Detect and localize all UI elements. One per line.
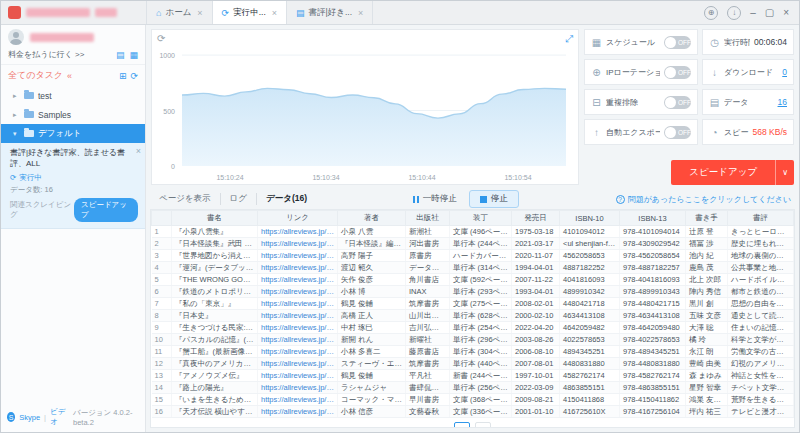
view-tab-2[interactable]: データ(16) xyxy=(257,193,316,205)
view-tab-0[interactable]: ページを表示 xyxy=(150,193,221,205)
table-cell[interactable]: https://allreviews.jp/revi... xyxy=(258,394,338,406)
pay-link[interactable]: 料金を払うに行く >> xyxy=(8,49,84,60)
speedup-button-label[interactable]: スピードアップ xyxy=(671,160,775,185)
close-icon[interactable]: × xyxy=(197,8,202,18)
table-cell: 4894345251 xyxy=(560,346,620,358)
close-button[interactable]: × xyxy=(783,7,789,18)
view-tab-1[interactable]: ログ xyxy=(221,193,257,205)
row-index-cell: 10 xyxy=(152,334,172,346)
column-header[interactable]: 発売日 xyxy=(512,211,560,226)
table-cell[interactable]: https://allreviews.jp/revi... xyxy=(258,370,338,382)
table-cell[interactable]: https://allreviews.jp/revi... xyxy=(258,250,338,262)
table-row[interactable]: 2『日本怪談集』武田 編 (講...https://allreviews.jp/… xyxy=(152,238,794,250)
next-page-button[interactable]: › xyxy=(496,422,512,428)
minimize-button[interactable]: – xyxy=(750,7,756,18)
table-row[interactable]: 6『鉄道のメトロポリス』https://allreviews.jp/revi..… xyxy=(152,286,794,298)
chevron-down-icon[interactable]: ∨ xyxy=(775,160,794,185)
column-header[interactable]: 出版社 xyxy=(406,211,450,226)
speedup-button[interactable]: スピードアップ ∨ xyxy=(671,160,794,185)
table-row[interactable]: 11『蟹工船』(最新画像版)https://allreviews.jp/revi… xyxy=(152,346,794,358)
table-cell[interactable]: https://allreviews.jp/revi... xyxy=(258,382,338,394)
table-cell[interactable]: https://allreviews.jp/revi... xyxy=(258,298,338,310)
table-row[interactable]: 3『世界地図から消えた家...』https://allreviews.jp/re… xyxy=(152,250,794,262)
add-folder-icon[interactable]: ⊞ xyxy=(119,71,127,81)
table-row[interactable]: 16『天才伝説 横山やすし』https://allreviews.jp/revi… xyxy=(152,406,794,418)
page-button-1[interactable]: 1 xyxy=(454,422,470,428)
close-icon[interactable]: × xyxy=(136,146,141,156)
stop-button[interactable]: 停止 xyxy=(469,190,519,208)
page-button-2[interactable]: 2 xyxy=(475,422,491,428)
table-row[interactable]: 9『生きつづける民家: 保...』https://allreviews.jp/r… xyxy=(152,322,794,334)
table-row[interactable]: 13『アメノウズメ伝』https://allreviews.jp/revi...… xyxy=(152,370,794,382)
collapse-icon[interactable]: « xyxy=(67,71,72,81)
table-row[interactable]: 12『真夜中のアメリカ』一部https://allreviews.jp/revi… xyxy=(152,358,794,370)
table-cell: 労働文学の古典を読み直… xyxy=(728,346,794,358)
table-cell[interactable]: https://allreviews.jp/revi... xyxy=(258,274,338,286)
table-cell[interactable]: https://allreviews.jp/revi... xyxy=(258,238,338,250)
tab-0[interactable]: ⌂ホーム× xyxy=(146,1,213,24)
avatar[interactable] xyxy=(8,29,24,45)
table-cell[interactable]: https://allreviews.jp/revi... xyxy=(258,286,338,298)
data-value[interactable]: 16 xyxy=(778,97,787,107)
tree-item-2[interactable]: ▾デフォルト xyxy=(1,124,145,143)
close-icon[interactable]: × xyxy=(272,8,277,18)
prev-page-button[interactable]: ‹ xyxy=(433,422,449,428)
table-cell: 荒野を生きる父と子の物… xyxy=(728,394,794,406)
expand-icon[interactable]: ⤢ xyxy=(565,33,573,45)
table-row[interactable]: 8『日本史』https://allreviews.jp/revi...高橋 正人… xyxy=(152,310,794,322)
table-cell[interactable]: https://allreviews.jp/revi... xyxy=(258,406,338,418)
speed-value: 568 KB/s xyxy=(753,127,788,137)
table-cell[interactable]: https://allreviews.jp/revi... xyxy=(258,358,338,370)
runtime-value: 00:06:04 xyxy=(754,37,787,47)
table-row[interactable]: 4『運河』(データブック)https://allreviews.jp/revi.… xyxy=(152,262,794,274)
schedule-toggle[interactable]: OFF xyxy=(664,36,691,49)
table-row[interactable]: 15『いまを生きるための...』https://allreviews.jp/re… xyxy=(152,394,794,406)
column-header[interactable]: 装丁 xyxy=(450,211,512,226)
help-link[interactable]: ? 問題があったらここをクリックしてください xyxy=(616,194,791,205)
download-circle-icon[interactable]: ↓ xyxy=(727,6,741,20)
table-row[interactable]: 5『THE WRONG GOOD...』https://allreviews.j… xyxy=(152,274,794,286)
table-cell: 978-4642059480 xyxy=(620,322,686,334)
refresh-icon[interactable]: ⟳ xyxy=(130,71,138,81)
table-cell[interactable]: https://allreviews.jp/revi... xyxy=(258,346,338,358)
tree-item-0[interactable]: ▸test xyxy=(1,86,145,105)
running-task-card[interactable]: 書評|好きな書評家、読ませる書評、ALL × ⟳ 実行中 データ数: 16 関連… xyxy=(1,143,145,229)
table-row[interactable]: 7『私の「東京」』https://allreviews.jp/revi...鶴見… xyxy=(152,298,794,310)
pause-icon xyxy=(413,196,419,203)
maximize-button[interactable]: ▢ xyxy=(765,7,774,18)
table-cell: 新書 (244ページ) xyxy=(450,370,512,382)
ip-rotation-toggle[interactable]: OFF xyxy=(664,66,691,79)
table-cell[interactable]: https://allreviews.jp/revi... xyxy=(258,322,338,334)
table-row[interactable]: 14『路上の陽光』https://allreviews.jp/revi...ラシ… xyxy=(152,382,794,394)
list-view-icon[interactable]: ▤ xyxy=(116,50,125,60)
table-cell: 鴻巣 友季子 xyxy=(686,394,728,406)
column-header[interactable]: 著者 xyxy=(338,211,406,226)
tab-1[interactable]: ⟳実行中...× xyxy=(213,1,287,24)
task-speedup-button[interactable]: スピードアップ xyxy=(74,198,138,222)
auto-export-toggle[interactable]: OFF xyxy=(664,126,691,139)
table-cell[interactable]: https://allreviews.jp/revi... xyxy=(258,262,338,274)
download-value[interactable]: 0 xyxy=(782,67,787,77)
close-icon[interactable]: × xyxy=(358,8,363,18)
pause-button[interactable]: 一時停止 xyxy=(413,193,457,205)
column-header[interactable]: ISBN-10 xyxy=(560,211,620,226)
skype-link[interactable]: Skype xyxy=(19,413,40,422)
table-cell[interactable]: https://allreviews.jp/revi... xyxy=(258,226,338,238)
table-cell: 山川出版社 xyxy=(406,310,450,322)
tab-2[interactable]: ▤書評|好き...× xyxy=(287,1,373,24)
video-link[interactable]: ビデオ xyxy=(50,407,69,427)
table-cell[interactable]: https://allreviews.jp/revi... xyxy=(258,334,338,346)
column-header[interactable]: 書き手 xyxy=(686,211,728,226)
column-header[interactable]: 書評 xyxy=(728,211,794,226)
globe-icon[interactable]: ⊕ xyxy=(704,6,718,20)
column-header[interactable]: ISBN-13 xyxy=(620,211,686,226)
table-row[interactable]: 10『パスカルの記憶』(新訳)https://allreviews.jp/rev… xyxy=(152,334,794,346)
grid-view-icon[interactable]: ▦ xyxy=(129,50,138,60)
dedup-toggle[interactable]: OFF xyxy=(664,96,691,109)
reload-icon[interactable]: ⟳ xyxy=(157,33,165,44)
column-header[interactable]: 書名 xyxy=(172,211,258,226)
table-row[interactable]: 1『小泉八雲集』https://allreviews.jp/revi...小泉 … xyxy=(152,226,794,238)
table-cell[interactable]: https://allreviews.jp/revi... xyxy=(258,310,338,322)
column-header[interactable]: リンク xyxy=(258,211,338,226)
tree-item-1[interactable]: ▸Samples xyxy=(1,105,145,124)
